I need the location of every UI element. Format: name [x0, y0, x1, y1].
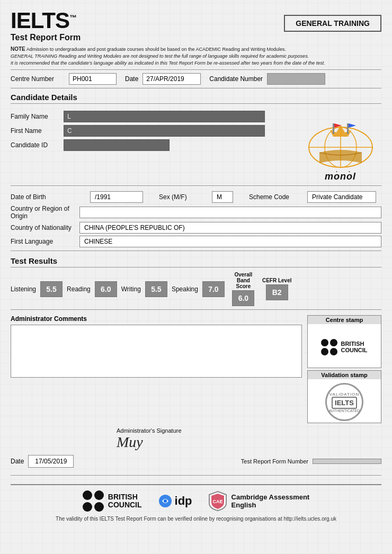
footer-logos: BRITISH COUNCIL idp CAE Cambridge Assess…: [11, 484, 381, 512]
country-region-input[interactable]: [79, 207, 381, 218]
country-region-row: Country or Region of Origin: [11, 205, 381, 220]
first-language-label: First Language: [11, 238, 79, 245]
scheme-input[interactable]: Private Candidate: [307, 191, 376, 203]
candidate-fields: Family Name L First Name C Candidate ID: [11, 108, 299, 182]
country-nationality-row: Country of Nationality CHINA (PEOPLE'S R…: [11, 222, 381, 234]
date-report-row: Date 17/05/2019 Test Report Form Number: [11, 455, 381, 468]
candidate-id-label: Candidate ID: [11, 141, 64, 149]
sex-label: Sex (M/F): [159, 193, 201, 201]
candidate-details-title: Candidate Details: [11, 93, 381, 104]
bottom-date-value[interactable]: 17/05/2019: [28, 455, 74, 468]
bc-dot-2: [330, 339, 337, 346]
candidate-details-body: Family Name L First Name C Candidate ID: [11, 108, 381, 182]
header-left: IELTS™ Test Report Form: [11, 10, 81, 42]
test-results-section: Test Results Listening 5.5 Reading 6.0 W…: [11, 256, 381, 306]
header-row: IELTS™ Test Report Form GENERAL TRAINING: [11, 10, 381, 42]
monol-text: monol: [325, 171, 356, 182]
date-input[interactable]: 27/APR/2019: [142, 73, 201, 85]
svg-text:CAE: CAE: [212, 499, 222, 504]
speaking-score: 7.0: [202, 281, 225, 297]
country-nationality-input[interactable]: CHINA (PEOPLE'S REPUBLIC OF): [79, 222, 381, 234]
centre-stamp-box: Centre stamp BRITISH COUNCIL: [307, 315, 381, 368]
family-name-input[interactable]: L: [64, 111, 265, 122]
general-training-box: GENERAL TRAINING: [284, 15, 381, 32]
family-name-row: Family Name L: [11, 111, 299, 122]
date-label: Date: [125, 75, 138, 83]
svg-marker-8: [349, 123, 356, 128]
page-title: Test Report Form: [11, 33, 81, 42]
writing-label: Writing: [121, 285, 141, 293]
report-number-input[interactable]: [313, 459, 381, 464]
footer-bc-dot-4: [94, 502, 104, 512]
candidate-id-row: Candidate ID: [11, 139, 299, 151]
footer-cambridge: CAE Cambridge Assessment English: [208, 490, 310, 512]
cefr-section: CEFR Level B2: [262, 278, 292, 300]
divider-1: [11, 69, 381, 70]
divider-5: [11, 309, 381, 310]
bc-text: BRITISH COUNCIL: [341, 341, 367, 353]
footer-bc-text: BRITISH COUNCIL: [108, 493, 142, 510]
footer-cambridge-text: Cambridge Assessment English: [231, 493, 310, 510]
country-region-label: Country or Region of Origin: [11, 205, 79, 220]
first-name-row: First Name C: [11, 125, 299, 137]
details-bottom: Date of Birth /1991 Sex (M/F) M Scheme C…: [11, 191, 381, 247]
scheme-code-label: Scheme Code: [249, 193, 297, 201]
country-nationality-label: Country of Nationality: [11, 224, 79, 231]
dob-row: Date of Birth /1991 Sex (M/F) M Scheme C…: [11, 191, 381, 203]
centre-stamp-content: BRITISH COUNCIL: [308, 326, 381, 368]
svg-point-10: [164, 499, 167, 503]
dob-label: Date of Birth: [11, 193, 79, 201]
listening-label: Listening: [11, 285, 36, 293]
divider-2: [11, 88, 381, 88]
admin-comments-area: Administrator Comments: [11, 315, 302, 423]
bc-dot-3: [321, 348, 328, 355]
first-language-row: First Language CHINESE: [11, 236, 381, 247]
footer-bc-dots: [83, 490, 104, 512]
footer-bc-dot-2: [94, 490, 104, 500]
footer-british-council: BRITISH COUNCIL: [83, 490, 142, 512]
footer-idp-text: idp: [175, 494, 192, 508]
date-row-right: Test Report Form Number: [241, 458, 381, 464]
dob-input[interactable]: /1991: [90, 191, 143, 203]
centre-stamp-label: Centre stamp: [308, 316, 381, 324]
signature-row: Administrator's Signature Muy: [11, 427, 381, 451]
first-name-label: First Name: [11, 127, 64, 135]
signature-left: Administrator's Signature Muy: [117, 427, 182, 451]
overall-band: Overall Band Score 6.0: [229, 272, 258, 306]
svg-rect-5: [333, 123, 334, 134]
report-number-label: Test Report Form Number: [241, 458, 308, 464]
bottom-date-label: Date: [11, 458, 24, 465]
ielts-stamp-logo: IELTS: [332, 397, 357, 409]
reading-label: Reading: [67, 285, 91, 293]
candidate-id-input[interactable]: [64, 139, 170, 151]
footer-validity: The validity of this IELTS Test Report F…: [11, 516, 381, 522]
centre-number-input[interactable]: PH001: [69, 73, 117, 85]
family-name-label: Family Name: [11, 113, 64, 120]
reading-score: 6.0: [95, 281, 117, 297]
page: IELTS™ Test Report Form GENERAL TRAINING…: [0, 0, 392, 554]
footer-bc-dot-3: [83, 502, 92, 512]
stamp-outer-text: VALIDATION: [329, 392, 359, 397]
stamp-inner-text: AUTHENTICATED: [329, 409, 360, 413]
candidate-number-input[interactable]: [267, 73, 325, 85]
first-language-input[interactable]: CHINESE: [79, 236, 381, 247]
admin-comments-box[interactable]: [11, 325, 302, 378]
divider-6: [11, 475, 381, 476]
british-council-logo-stamp: BRITISH COUNCIL: [321, 339, 367, 355]
footer-idp: idp: [158, 494, 192, 508]
idp-icon: [158, 494, 173, 508]
ielts-circle-stamp: VALIDATION IELTS AUTHENTICATED: [325, 383, 363, 421]
date-row-left: Date 17/05/2019: [11, 455, 74, 468]
sex-input[interactable]: M: [212, 191, 233, 203]
validation-stamp-box: Validation stamp VALIDATION IELTS AUTHEN…: [307, 370, 381, 423]
monol-logo-area: monol: [299, 108, 381, 182]
stamps-column: Centre stamp BRITISH COUNCIL: [307, 315, 381, 423]
centre-row: Centre Number PH001 Date 27/APR/2019 Can…: [11, 73, 381, 85]
candidate-number-label: Candidate Number: [209, 75, 263, 83]
listening-score: 5.5: [40, 281, 63, 297]
footer-bc-dot-1: [83, 490, 92, 500]
centre-label: Centre Number: [11, 75, 69, 83]
first-name-input[interactable]: C: [64, 125, 265, 137]
admin-comments-label: Administrator Comments: [11, 315, 302, 323]
bottom-section: Administrator Comments Centre stamp: [11, 315, 381, 423]
